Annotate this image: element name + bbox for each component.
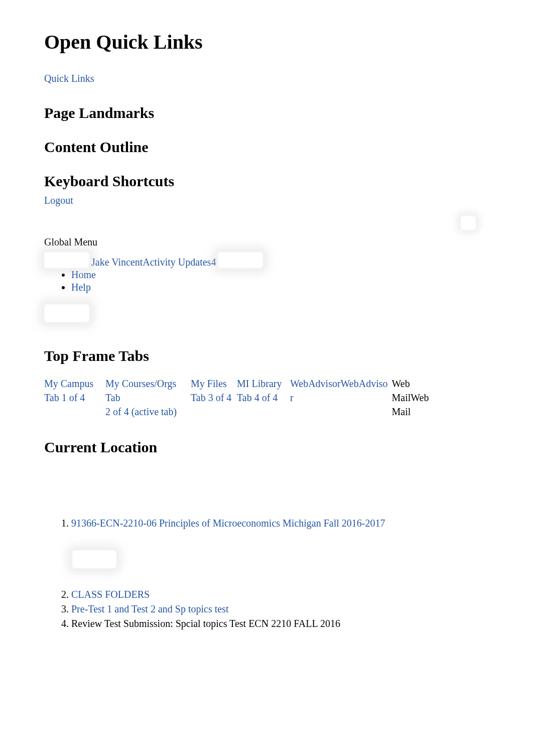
page-title: Open Quick Links — [44, 30, 489, 54]
page-landmarks-heading: Page Landmarks — [44, 104, 489, 121]
tab-label: Web MailWeb Mail — [392, 376, 429, 419]
user-name-link[interactable]: Jake Vincent — [91, 257, 143, 268]
help-link[interactable]: Help — [71, 282, 91, 293]
tab-label: WebAdvisorWebAdviso — [290, 376, 388, 391]
content-outline-heading: Content Outline — [44, 139, 489, 156]
tab-sub: 2 of 4 (active tab) — [105, 405, 187, 419]
tab-sub: Tab 4 of 4 — [237, 391, 286, 405]
blurred-region — [218, 252, 263, 268]
activity-updates-count: 4 — [211, 257, 216, 268]
top-frame-tabs-heading: Top Frame Tabs — [44, 347, 489, 364]
breadcrumb-item: Pre-Test 1 and Test 2 and Sp topics test — [71, 602, 489, 616]
tab-sub: Tab 1 of 4 — [44, 391, 101, 405]
breadcrumb-link[interactable]: 91366-ECN-2210-06 Principles of Microeco… — [71, 518, 385, 529]
breadcrumb-link[interactable]: CLASS FOLDERS — [71, 589, 150, 600]
activity-updates-link[interactable]: Activity Updates4 — [143, 257, 216, 268]
breadcrumb-current: Review Test Submission: Spcial topics Te… — [71, 618, 340, 629]
tab-label: MI Library — [237, 376, 286, 391]
menu-item-home[interactable]: Home — [71, 269, 489, 281]
breadcrumb-list: 91366-ECN-2210-06 Principles of Microeco… — [71, 516, 489, 631]
keyboard-shortcuts-heading: Keyboard Shortcuts — [44, 173, 489, 190]
current-location-heading: Current Location — [44, 439, 489, 456]
breadcrumb-link[interactable]: Pre-Test 1 and Test 2 and Sp topics test — [71, 603, 228, 614]
tab-my-courses[interactable]: My Courses/Orgs Tab 2 of 4 (active tab) — [105, 376, 191, 419]
blurred-region — [44, 252, 89, 268]
tab-webadvisor[interactable]: WebAdvisorWebAdviso r — [290, 376, 392, 405]
blurred-region — [44, 304, 89, 322]
tabs-row: My Campus Tab 1 of 4 My Courses/Orgs Tab… — [44, 376, 489, 419]
tab-sub: Tab 3 of 4 — [191, 391, 233, 405]
tab-mi-library[interactable]: MI Library Tab 4 of 4 — [237, 376, 290, 405]
quick-links-link[interactable]: Quick Links — [44, 73, 94, 84]
tab-sub: r — [290, 391, 388, 405]
global-menu-label: Global Menu — [44, 236, 489, 248]
logout-link[interactable]: Logout — [44, 195, 73, 206]
tab-label: My Files — [191, 376, 233, 391]
tab-my-campus[interactable]: My Campus Tab 1 of 4 — [44, 376, 105, 405]
tab-label: My Courses/Orgs Tab — [105, 376, 187, 405]
menu-item-help[interactable]: Help — [71, 282, 489, 293]
tab-web-mail: Web MailWeb Mail — [392, 376, 433, 419]
breadcrumb-item: CLASS FOLDERS — [71, 587, 489, 601]
breadcrumb-item: 91366-ECN-2210-06 Principles of Microeco… — [71, 516, 489, 568]
blurred-region — [72, 550, 116, 568]
breadcrumb-item: Review Test Submission: Spcial topics Te… — [71, 616, 489, 631]
tab-my-files[interactable]: My Files Tab 3 of 4 — [191, 376, 237, 405]
home-link[interactable]: Home — [71, 269, 96, 280]
global-menu-list: Home Help — [71, 269, 489, 293]
activity-updates-label: Activity Updates — [143, 257, 211, 268]
tab-label: My Campus — [44, 376, 101, 391]
blurred-region — [461, 216, 476, 230]
